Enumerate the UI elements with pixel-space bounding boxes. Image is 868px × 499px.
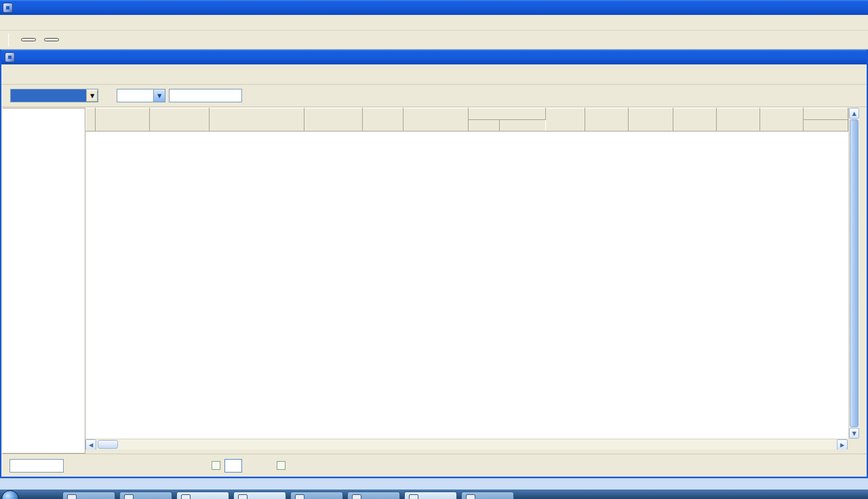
col-header-phone[interactable] bbox=[304, 108, 363, 132]
minimize-button[interactable] bbox=[822, 2, 835, 14]
col-header-points[interactable] bbox=[673, 108, 717, 132]
col-header-recharge-blank bbox=[804, 108, 848, 120]
filter-combobox[interactable]: ▼ bbox=[117, 89, 165, 102]
horizontal-scroll-thumb[interactable] bbox=[98, 440, 118, 449]
os-taskbar bbox=[0, 490, 868, 499]
category-tree-panel bbox=[3, 108, 85, 454]
vip-window-close-icon[interactable] bbox=[850, 52, 863, 63]
col-header-recharge[interactable] bbox=[804, 120, 848, 132]
col-header-discount[interactable] bbox=[585, 108, 629, 132]
chevron-down-icon[interactable]: ▼ bbox=[153, 89, 165, 102]
mdi-workspace: ▼ ▼ bbox=[0, 49, 868, 478]
show-totals-checkbox[interactable] bbox=[277, 461, 285, 470]
toolbar-separator bbox=[8, 33, 9, 47]
application-window: ▼ ▼ bbox=[0, 0, 868, 499]
footer-bar bbox=[1, 454, 867, 477]
app-icon bbox=[3, 3, 13, 13]
birthday-checkbox[interactable] bbox=[212, 461, 220, 470]
filter-text-input[interactable] bbox=[169, 89, 242, 102]
vip-tab-button[interactable] bbox=[44, 38, 59, 41]
col-header-level-name[interactable] bbox=[500, 120, 546, 132]
col-header-price[interactable] bbox=[546, 108, 585, 132]
filter-value bbox=[117, 89, 153, 102]
horizontal-scrollbar[interactable]: ◀ ▶ bbox=[85, 439, 848, 450]
col-header-name[interactable] bbox=[150, 108, 210, 132]
row-selector-header bbox=[86, 108, 96, 132]
start-orb-icon[interactable] bbox=[1, 490, 19, 499]
nav-window-button[interactable] bbox=[21, 38, 36, 41]
rows-per-page-input[interactable] bbox=[9, 459, 64, 473]
col-header-code[interactable] bbox=[96, 108, 150, 132]
taskbar-button[interactable] bbox=[62, 492, 115, 499]
col-header-level-group[interactable] bbox=[469, 108, 546, 120]
member-table bbox=[85, 108, 848, 439]
scroll-left-icon[interactable]: ◀ bbox=[85, 439, 96, 450]
member-grid-area: ▲ ▼ ◀ ▶ bbox=[85, 108, 867, 454]
vip-window-icon bbox=[5, 52, 15, 62]
scroll-right-icon[interactable]: ▶ bbox=[837, 439, 848, 450]
scroll-down-icon[interactable]: ▼ bbox=[849, 428, 859, 439]
col-header-history[interactable] bbox=[403, 108, 469, 132]
title-bar bbox=[0, 0, 868, 15]
restore-button[interactable] bbox=[837, 2, 850, 14]
main-toolbar bbox=[0, 31, 868, 49]
col-header-consume[interactable] bbox=[629, 108, 673, 132]
dept-value bbox=[11, 89, 86, 102]
taskbar-button[interactable] bbox=[290, 492, 343, 499]
taskbar-button[interactable] bbox=[176, 492, 229, 499]
taskbar-button[interactable] bbox=[233, 492, 286, 499]
col-header-address[interactable] bbox=[210, 108, 304, 132]
col-header-level-code[interactable] bbox=[469, 120, 500, 132]
vertical-scrollbar[interactable]: ▲ ▼ bbox=[848, 108, 859, 439]
vertical-scroll-thumb[interactable] bbox=[850, 119, 859, 427]
vip-toolbar bbox=[1, 64, 867, 85]
status-bar bbox=[0, 478, 868, 490]
col-header-birthday[interactable] bbox=[363, 108, 403, 132]
taskbar-button[interactable] bbox=[347, 492, 400, 499]
taskbar-button[interactable] bbox=[461, 492, 514, 499]
close-button[interactable] bbox=[852, 2, 865, 14]
content-area: ▲ ▼ ◀ ▶ bbox=[1, 107, 867, 454]
vip-window-title-bar bbox=[1, 49, 867, 64]
vip-member-window: ▼ ▼ bbox=[0, 49, 868, 478]
filter-bar: ▼ ▼ bbox=[1, 85, 867, 107]
chevron-down-icon[interactable]: ▼ bbox=[86, 89, 98, 102]
taskbar-button[interactable] bbox=[119, 492, 172, 499]
menu-bar bbox=[0, 15, 868, 31]
dept-combobox[interactable]: ▼ bbox=[10, 89, 98, 102]
col-header-remain-points[interactable] bbox=[760, 108, 804, 132]
taskbar-button[interactable] bbox=[404, 492, 457, 499]
birthday-days-input[interactable] bbox=[224, 459, 242, 473]
col-header-cash-points[interactable] bbox=[717, 108, 760, 132]
scroll-up-icon[interactable]: ▲ bbox=[849, 108, 859, 119]
